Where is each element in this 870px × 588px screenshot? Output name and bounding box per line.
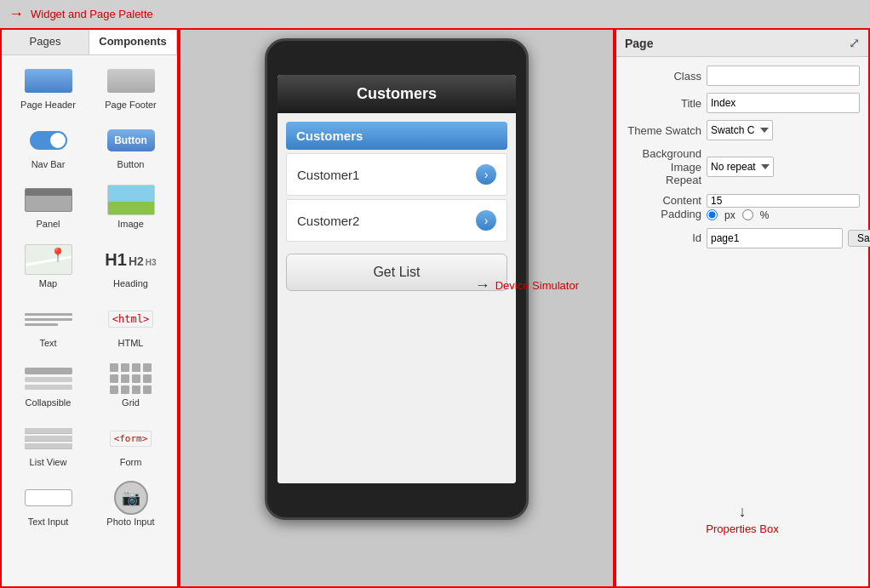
grid-icon [104,363,158,394]
device-annotation-label: Device Simulator [495,279,579,292]
palette-label-page-header: Page Header [20,100,76,110]
h1-icon: H1 [105,250,127,270]
palette-item-heading[interactable]: H1 H2 H3 Heading [91,241,170,292]
class-input[interactable] [707,66,860,86]
palette-label-form: Form [120,457,142,467]
html-icon: <html> [104,304,158,334]
top-annotation-label: Widget and Page Palette [31,8,153,20]
map-icon: 📍 [21,244,76,275]
tab-pages[interactable]: Pages [2,30,89,54]
content-padding-group: px % [707,194,860,221]
palette-label-photo-input: Photo Input [106,517,154,527]
properties-form: Class Title Theme Swatch Swatch C Swatch… [616,57,868,257]
palette-item-map[interactable]: 📍 Map [9,241,88,292]
collapsible-icon [21,363,76,394]
title-row: Title [625,93,860,113]
palette-item-text[interactable]: Text [9,300,88,351]
palette-item-text-input[interactable]: Text Input [9,479,88,530]
palette-label-panel: Panel [36,219,60,229]
nav-bar-icon [21,125,76,156]
customer1-label: Customer1 [297,168,359,182]
px-radio[interactable] [707,209,718,220]
right-panel-header: Page ⤢ [616,30,868,57]
palette-label-collapsible: Collapsible [26,397,72,408]
palette-label-text-input: Text Input [28,517,69,527]
bg-image-repeat-select[interactable]: No repeat Repeat Repeat-x Repeat-y [707,157,774,177]
palette-item-collapsible[interactable]: Collapsible [9,360,88,411]
palette-label-heading: Heading [113,278,148,288]
page-footer-icon [104,66,158,96]
palette-item-photo-input[interactable]: 📷 Photo Input [91,479,170,530]
text-icon [21,304,76,334]
right-panel: Page ⤢ Class Title Theme Swatch Swatch C [615,28,870,588]
heading-icon: H1 H2 H3 [104,244,158,275]
palette-item-html[interactable]: <html> HTML [91,300,170,351]
html-tag-icon: <html> [108,311,153,328]
properties-box-annotation: ↓ Properties Box [706,503,778,535]
id-input[interactable] [707,228,843,248]
class-label: Class [625,70,701,83]
palette-grid: Page Header Page Footer Nav Bar Button [2,55,177,537]
title-label: Title [625,97,701,110]
left-panel: Pages Components Page Header Page Footer [0,28,179,588]
map-pin-icon: 📍 [49,247,66,263]
list-header: Customers [286,122,507,150]
customer2-arrow-icon: › [476,210,496,231]
list-item-customer2[interactable]: Customer2 › [286,199,507,242]
save-button[interactable]: Save [848,230,870,247]
form-icon: <form> [104,423,158,454]
text-input-icon [21,482,76,513]
bg-image-repeat-label: BackgroundImageRepeat [625,147,701,187]
content-padding-label: ContentPadding [625,194,701,220]
theme-swatch-select[interactable]: Swatch C Swatch A Swatch B [707,120,773,140]
palette-item-page-header[interactable]: Page Header [9,62,88,113]
top-annotation-arrow: → [9,5,24,23]
properties-annotation-arrow: ↓ [738,503,746,521]
palette-item-button[interactable]: Button Button [91,122,170,173]
palette-item-panel[interactable]: Panel [9,181,88,232]
palette-item-image[interactable]: Image [91,181,170,232]
palette-label-nav-bar: Nav Bar [31,159,66,169]
palette-item-form[interactable]: <form> Form [91,420,170,471]
center-area: Customers Customers Customer1 › Customer… [179,28,615,588]
theme-swatch-select-wrap: Swatch C Swatch A Swatch B [707,120,860,140]
device-annotation-arrow: → [475,277,490,294]
theme-swatch-row: Theme Swatch Swatch C Swatch A Swatch B [625,120,860,140]
list-item-customer1[interactable]: Customer1 › [286,153,507,196]
right-panel-title: Page [625,37,653,50]
palette-label-html: HTML [118,338,144,348]
palette-item-grid[interactable]: Grid [91,360,170,411]
button-icon: Button [104,125,158,156]
button-icon-shape: Button [107,129,155,151]
palette-label-list-view: List View [30,457,67,467]
theme-swatch-label: Theme Swatch [625,124,701,137]
palette-label-image: Image [117,219,144,229]
panel-icon [21,185,76,215]
device-simulator-annotation: → Device Simulator [475,277,579,294]
palette-label-map: Map [39,278,57,288]
h2-icon: H2 [129,254,144,268]
palette-label-page-footer: Page Footer [105,100,157,110]
device-content: Customers Customer1 › Customer2 › Get Li… [278,113,516,483]
palette-item-nav-bar[interactable]: Nav Bar [9,122,88,173]
class-row: Class [625,66,860,86]
image-icon [104,185,158,215]
bg-image-repeat-row: BackgroundImageRepeat No repeat Repeat R… [625,147,860,187]
page-header-icon [21,66,76,96]
bg-image-repeat-select-wrap: No repeat Repeat Repeat-x Repeat-y [707,157,860,177]
title-input[interactable] [707,93,860,113]
palette-label-button: Button [117,159,145,169]
id-row: Id Save [625,228,860,248]
id-label: Id [625,231,701,244]
px-label: px [724,209,735,221]
content-padding-input[interactable] [707,194,860,208]
palette-item-list-view[interactable]: List View [9,420,88,471]
palette-label-text: Text [39,338,56,348]
palette-item-page-footer[interactable]: Page Footer [91,62,170,113]
expand-icon[interactable]: ⤢ [849,35,860,51]
percent-radio[interactable] [742,209,753,220]
percent-label: % [760,209,770,221]
top-annotation-bar: → Widget and Page Palette [0,0,870,28]
tab-bar: Pages Components [2,30,177,55]
tab-components[interactable]: Components [89,30,177,54]
